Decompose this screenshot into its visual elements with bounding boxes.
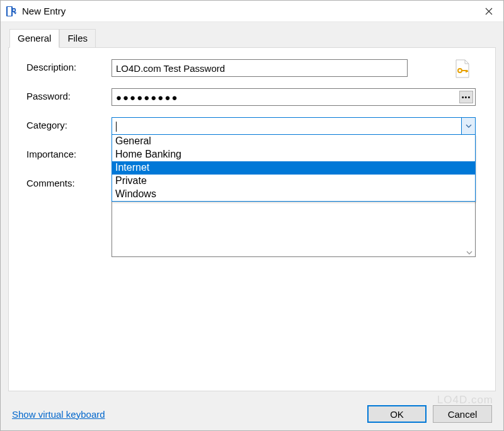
chevron-down-icon xyxy=(466,124,472,128)
tab-page-general: Description: Password: ••• xyxy=(8,47,496,391)
row-description: Description: xyxy=(26,59,478,77)
description-input[interactable] xyxy=(112,59,408,77)
text-cursor xyxy=(116,122,117,132)
category-option-internet[interactable]: Internet xyxy=(112,161,475,175)
row-password: Password: ••• xyxy=(26,88,478,106)
category-combobox[interactable] xyxy=(112,117,476,135)
content-area: General Files Description: xyxy=(1,22,503,398)
category-dropdown-button[interactable] xyxy=(461,118,475,134)
row-category: Category: xyxy=(26,117,478,135)
tab-strip: General Files xyxy=(8,29,496,48)
label-comments: Comments: xyxy=(26,175,112,188)
close-icon xyxy=(485,8,493,15)
label-importance: Importance: xyxy=(26,146,112,159)
svg-point-2 xyxy=(13,8,16,11)
window-title: New Entry xyxy=(22,6,66,16)
title-bar: New Entry xyxy=(1,1,503,22)
entry-form: Description: Password: ••• xyxy=(9,48,495,272)
category-dropdown-list[interactable]: General Home Banking Internet Private Wi… xyxy=(112,134,476,202)
tab-files[interactable]: Files xyxy=(59,29,96,48)
label-password: Password: xyxy=(26,88,112,101)
close-button[interactable] xyxy=(474,1,503,22)
entry-key-icon[interactable] xyxy=(454,59,471,80)
app-icon xyxy=(6,6,17,17)
category-option-home-banking[interactable]: Home Banking xyxy=(112,148,475,161)
dialog-footer: Show virtual keyboard OK Cancel xyxy=(1,398,503,430)
svg-rect-1 xyxy=(8,7,11,16)
category-option-private[interactable]: Private xyxy=(112,175,475,188)
label-category: Category: xyxy=(26,117,112,130)
tab-general[interactable]: General xyxy=(9,29,59,48)
reveal-password-button[interactable]: ••• xyxy=(459,91,473,103)
cancel-button[interactable]: Cancel xyxy=(433,405,492,423)
password-input[interactable] xyxy=(112,88,476,106)
category-input[interactable] xyxy=(112,118,239,134)
new-entry-dialog: New Entry General Files xyxy=(0,0,504,431)
show-virtual-keyboard-link[interactable]: Show virtual keyboard xyxy=(12,409,105,420)
label-description: Description: xyxy=(26,59,112,72)
category-option-general[interactable]: General xyxy=(112,135,475,148)
ok-button[interactable]: OK xyxy=(367,405,427,423)
category-option-windows[interactable]: Windows xyxy=(112,188,475,201)
